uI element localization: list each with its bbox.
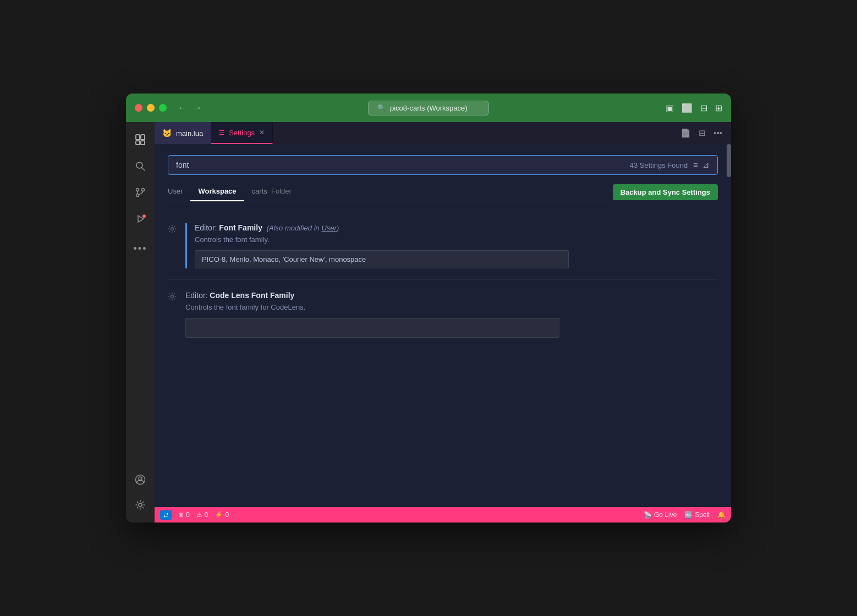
sidebar-bottom [128, 466, 152, 518]
setting-left-border: Editor: Font Family (Also modified in Us… [185, 223, 718, 268]
forward-arrow[interactable]: → [193, 103, 202, 113]
warning-count: 0 [205, 511, 208, 519]
svg-line-5 [142, 168, 145, 170]
sidebar-item-run-debug[interactable] [128, 207, 152, 231]
bell-icon: 🔔 [717, 511, 726, 519]
setting-title-codelens: Editor: Code Lens Font Family [185, 291, 718, 300]
workspace-name: pico8-carts (Workspace) [390, 104, 468, 112]
tabs-bar: 🐱 main.lua ☰ Settings ✕ 📄 ⊟ ••• [155, 122, 731, 144]
setting-gear-icon-2[interactable] [168, 292, 177, 338]
minimize-button[interactable] [147, 104, 155, 112]
tab-action-icons: 📄 ⊟ ••• [680, 128, 731, 138]
panel-toggle-icon[interactable]: ⬜ [682, 103, 693, 113]
setting-input-font-family[interactable]: PICO-8, Menlo, Monaco, 'Courier New', mo… [195, 250, 569, 268]
editor-area: 🐱 main.lua ☰ Settings ✕ 📄 ⊟ ••• [155, 122, 731, 522]
error-icon: ⊗ [178, 511, 184, 519]
tab-main-lua[interactable]: 🐱 main.lua [155, 122, 211, 144]
info-count: 0 [225, 511, 229, 519]
svg-point-7 [142, 189, 145, 191]
tab-workspace[interactable]: Workspace [190, 184, 244, 201]
setting-input-codelens[interactable] [185, 318, 559, 338]
sidebar-item-source-control[interactable] [128, 180, 152, 205]
backup-sync-button[interactable]: Backup and Sync Settings [613, 184, 718, 200]
tab-main-lua-label: main.lua [176, 129, 203, 138]
settings-search-input[interactable] [176, 161, 630, 169]
tab-carts-folder[interactable]: carts Folder [244, 184, 299, 201]
back-arrow[interactable]: ← [178, 103, 186, 113]
maximize-button[interactable] [159, 104, 167, 112]
svg-point-4 [136, 162, 142, 168]
svg-point-6 [136, 189, 139, 191]
setting-item-codelens-font-family: Editor: Code Lens Font Family Controls t… [168, 280, 718, 349]
sidebar-item-search[interactable] [128, 154, 152, 178]
status-bar-left: ⇄ ⊗ 0 ⚠ 0 ⚡ 0 [160, 510, 229, 520]
status-bar-right: 📡 Go Live 🔤 Spell 🔔 [644, 511, 726, 519]
svg-point-15 [171, 295, 174, 298]
tab-close-icon[interactable]: ✕ [259, 129, 265, 136]
status-info[interactable]: ⚡ 0 [215, 511, 229, 519]
traffic-lights [135, 104, 167, 112]
search-icon: 🔍 [377, 104, 386, 112]
setting-modified-indicator: (Also modified in User) [267, 224, 339, 232]
setting-title-main: Font Family [219, 223, 262, 232]
sidebar-item-extensions[interactable]: ••• [128, 237, 152, 261]
main-body: ••• [126, 122, 731, 522]
status-bar: ⇄ ⊗ 0 ⚠ 0 ⚡ 0 📡 Go [155, 507, 731, 522]
status-errors[interactable]: ⊗ 0 ⚠ 0 [178, 511, 208, 519]
status-sync-icon[interactable]: ⇄ [160, 510, 172, 520]
go-live-label: Go Live [654, 511, 677, 519]
svg-rect-2 [136, 141, 140, 145]
setting-body-codelens: Editor: Code Lens Font Family Controls t… [185, 291, 718, 338]
setting-body-font-family: Editor: Font Family (Also modified in Us… [185, 223, 718, 268]
settings-found-count: 43 Settings Found [630, 161, 688, 169]
spell-icon: 🔤 [684, 511, 693, 519]
settings-tabs-row: User Workspace carts Folder Backup and S… [168, 184, 718, 201]
sidebar-item-account[interactable] [128, 468, 152, 492]
spell-button[interactable]: 🔤 Spell [684, 511, 710, 519]
vscode-window: ← → 🔍 pico8-carts (Workspace) ▣ ⬜ ⊟ ⊞ [126, 94, 731, 522]
titlebar-search[interactable]: 🔍 pico8-carts (Workspace) [368, 101, 489, 116]
notification-bell[interactable]: 🔔 [717, 511, 726, 519]
settings-search-filter-icons: ≡ ⊿ [693, 160, 710, 170]
go-live-icon: 📡 [644, 511, 652, 519]
warning-icon: ⚠ [196, 511, 202, 519]
titlebar-nav: ← → [178, 103, 202, 113]
sidebar-toggle-icon[interactable]: ▣ [666, 103, 674, 113]
setting-desc-codelens: Controls the font family for CodeLens. [185, 303, 718, 311]
titlebar: ← → 🔍 pico8-carts (Workspace) ▣ ⬜ ⊟ ⊞ [126, 94, 731, 122]
svg-rect-1 [141, 135, 145, 140]
filter-icon[interactable]: ⊿ [702, 160, 710, 170]
customize-layout-icon[interactable]: ⊞ [715, 103, 722, 113]
svg-rect-0 [136, 135, 140, 140]
tab-user[interactable]: User [168, 184, 190, 201]
svg-point-13 [139, 503, 142, 507]
spell-label: Spell [695, 511, 710, 519]
go-live-button[interactable]: 📡 Go Live [644, 511, 677, 519]
sidebar-item-files[interactable] [128, 128, 152, 152]
titlebar-icons: ▣ ⬜ ⊟ ⊞ [666, 103, 722, 113]
error-count: 0 [186, 511, 190, 519]
clear-search-icon[interactable]: ≡ [693, 160, 698, 170]
sidebar-item-settings-gear[interactable] [128, 493, 152, 517]
sidebar: ••• [126, 122, 155, 522]
setting-desc-font-family: Controls the font family. [195, 235, 718, 244]
open-file-icon[interactable]: 📄 [680, 128, 691, 138]
setting-title-font-family: Editor: Font Family (Also modified in Us… [195, 223, 718, 232]
tab-settings-menu-icon: ☰ [219, 129, 224, 136]
editor-layout-icon[interactable]: ⊟ [700, 103, 707, 113]
svg-point-14 [171, 228, 174, 230]
svg-rect-3 [141, 141, 145, 145]
tab-settings[interactable]: ☰ Settings ✕ [211, 122, 273, 144]
more-actions-icon[interactable]: ••• [713, 128, 722, 138]
info-icon: ⚡ [215, 511, 223, 519]
tab-settings-label: Settings [229, 129, 255, 137]
setting-item-font-family: Editor: Font Family (Also modified in Us… [168, 212, 718, 280]
tab-file-icon: 🐱 [162, 129, 172, 138]
svg-point-12 [139, 477, 142, 480]
close-button[interactable] [135, 104, 142, 112]
scrollbar-indicator [727, 144, 731, 177]
setting-title-codelens-main: Code Lens Font Family [210, 291, 294, 300]
split-editor-icon[interactable]: ⊟ [699, 128, 706, 138]
svg-point-10 [142, 215, 146, 218]
setting-gear-icon-1[interactable] [168, 224, 177, 268]
